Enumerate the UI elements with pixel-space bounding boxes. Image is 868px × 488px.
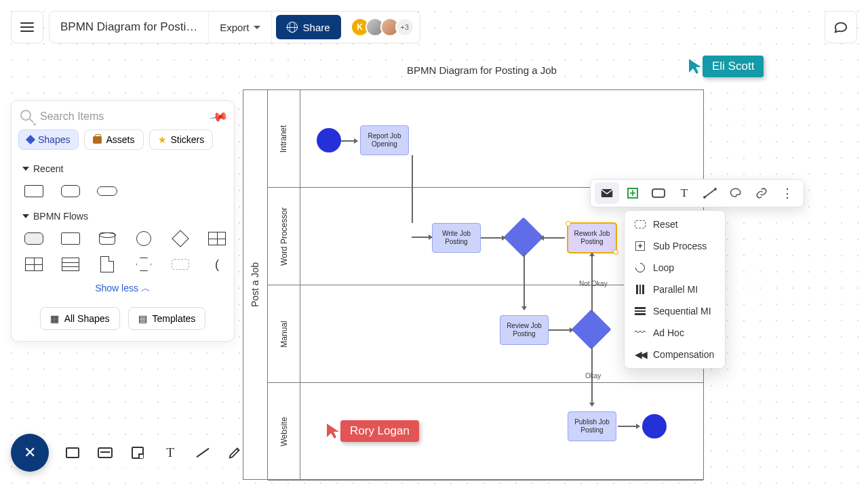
section-recent[interactable]: Recent xyxy=(12,157,234,178)
avatar-more[interactable]: +3 xyxy=(395,18,414,37)
shapes-panel: 📌 Shapes Assets ★Stickers Recent BPMN Fl… xyxy=(11,100,235,342)
edge xyxy=(549,329,573,331)
tool-rectangle[interactable] xyxy=(62,443,83,463)
menu-loop[interactable]: Loop xyxy=(625,257,725,279)
cursor-eli: Eli Scott xyxy=(688,56,764,77)
shape-pool[interactable] xyxy=(205,231,229,246)
shape-hexagon[interactable] xyxy=(132,257,155,272)
tool-sticky[interactable] xyxy=(127,443,148,463)
template-icon: ▤ xyxy=(138,313,147,324)
tool-color[interactable] xyxy=(724,182,748,204)
edge xyxy=(618,426,639,427)
start-event[interactable] xyxy=(317,128,341,152)
shape-pill[interactable] xyxy=(96,184,119,199)
briefcase-icon xyxy=(93,136,102,144)
tab-stickers[interactable]: ★Stickers xyxy=(149,129,214,150)
tab-shapes[interactable]: Shapes xyxy=(18,129,79,150)
shape-rect[interactable] xyxy=(59,231,82,246)
tool-shape[interactable] xyxy=(646,182,671,204)
section-bpmn[interactable]: BPMN Flows xyxy=(12,204,234,226)
diamond-icon xyxy=(26,135,35,144)
tool-more[interactable]: ⋮ xyxy=(775,182,800,204)
task-rework[interactable]: Rework Job Posting xyxy=(568,223,616,253)
chevron-down-icon xyxy=(22,214,29,218)
search-input[interactable] xyxy=(40,110,176,123)
task-publish[interactable]: Publish Job Posting xyxy=(568,411,616,441)
tool-text[interactable]: T xyxy=(672,182,696,204)
shape-datastore[interactable] xyxy=(96,231,119,246)
shape-table[interactable] xyxy=(22,257,45,272)
collaborators[interactable]: K +3 xyxy=(345,18,420,37)
comment-icon xyxy=(833,20,848,35)
chevron-down-icon xyxy=(22,167,29,171)
comments-button[interactable] xyxy=(825,11,857,43)
menu-compensation[interactable]: ◀◀Compensation xyxy=(625,344,725,365)
tool-text[interactable]: T xyxy=(160,443,180,463)
tool-mail[interactable] xyxy=(595,182,619,204)
pool-label[interactable]: Post a Job xyxy=(243,90,268,479)
shape-gateway[interactable] xyxy=(169,231,192,246)
tool-line[interactable] xyxy=(193,443,213,463)
chevron-up-icon: ︿ xyxy=(141,283,151,293)
task-write[interactable]: Write Job Posting xyxy=(432,223,481,253)
grid-icon: ▦ xyxy=(50,313,59,324)
shape-annotation[interactable]: ( xyxy=(205,257,229,272)
bpmn-shapes: ( xyxy=(12,226,234,277)
export-button[interactable]: Export xyxy=(209,12,271,43)
cursor-rory: Rory Logan xyxy=(326,420,419,442)
canvas-title: BPMN Diagram for Posting a Job xyxy=(407,64,557,76)
edge xyxy=(412,155,413,223)
close-toolbar-button[interactable]: ✕ xyxy=(11,434,49,472)
share-label: Share xyxy=(303,22,330,33)
edge xyxy=(341,140,357,142)
tool-connector[interactable] xyxy=(698,182,722,204)
templates-button[interactable]: ▤Templates xyxy=(128,307,206,330)
export-label: Export xyxy=(220,22,249,33)
edge-label-okay: Okay xyxy=(585,372,601,380)
tool-card[interactable] xyxy=(95,443,115,463)
tab-assets[interactable]: Assets xyxy=(84,129,143,150)
search-icon[interactable] xyxy=(20,109,35,124)
globe-icon xyxy=(287,22,298,33)
task-review[interactable]: Review Job Posting xyxy=(500,315,549,345)
svg-point-1 xyxy=(703,196,706,199)
edge xyxy=(540,237,565,239)
shape-rect[interactable] xyxy=(22,184,45,199)
chevron-down-icon xyxy=(254,26,260,29)
menu-subprocess[interactable]: +Sub Process xyxy=(625,235,725,257)
cursor-label: Rory Logan xyxy=(340,420,419,442)
tool-link[interactable] xyxy=(749,182,774,204)
end-event[interactable] xyxy=(642,414,667,439)
show-less[interactable]: Show less ︿ xyxy=(12,277,234,298)
cursor-label: Eli Scott xyxy=(703,56,764,77)
menu-button[interactable] xyxy=(11,11,43,43)
menu-parallel[interactable]: Parallel MI xyxy=(625,279,725,300)
close-icon: ✕ xyxy=(24,444,36,462)
edge-label-not-okay: Not Okay xyxy=(579,280,608,287)
tool-add[interactable]: + xyxy=(620,182,645,204)
shape-rounded-rect[interactable] xyxy=(59,184,82,199)
shape-circle[interactable] xyxy=(132,231,155,246)
edge xyxy=(481,237,505,239)
share-button[interactable]: Share xyxy=(276,15,341,39)
menu-icon xyxy=(20,22,34,32)
recent-shapes xyxy=(12,178,234,204)
cursor-icon xyxy=(688,58,703,75)
menu-sequential[interactable]: Sequential MI xyxy=(625,300,725,322)
shape-group[interactable] xyxy=(169,257,192,272)
task-report[interactable]: Report Job Opening xyxy=(360,125,409,155)
menu-reset[interactable]: Reset xyxy=(625,214,725,235)
cursor-icon xyxy=(326,422,340,440)
pin-icon[interactable]: 📌 xyxy=(208,106,229,127)
subprocess-menu: Reset +Sub Process Loop Parallel MI Sequ… xyxy=(624,210,726,369)
edge xyxy=(524,253,525,310)
shape-task[interactable] xyxy=(22,231,45,246)
menu-adhoc[interactable]: 〰Ad Hoc xyxy=(625,322,725,344)
all-shapes-button[interactable]: ▦All Shapes xyxy=(40,307,120,330)
shape-document[interactable] xyxy=(96,257,119,272)
selection-toolbar: + T ⋮ xyxy=(590,179,804,207)
document-title[interactable]: BPMN Diagram for Posti… xyxy=(50,12,209,43)
edge xyxy=(412,237,432,238)
svg-point-2 xyxy=(714,188,717,190)
shape-lane[interactable] xyxy=(59,257,82,272)
